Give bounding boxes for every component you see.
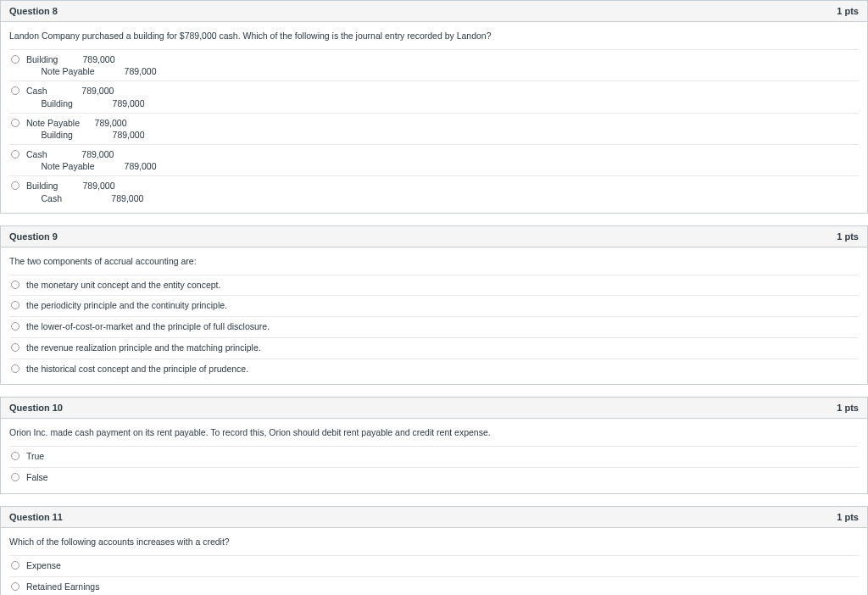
question-body: Orion Inc. made cash payment on its rent… (1, 419, 867, 493)
question-prompt: Orion Inc. made cash payment on its rent… (9, 427, 859, 437)
answer-content: Retained Earnings (26, 581, 859, 594)
answer-option[interactable]: the historical cost concept and the prin… (9, 359, 859, 380)
answer-content: Building 789,000 Cash 789,000 (26, 180, 859, 203)
radio-icon[interactable] (11, 150, 19, 158)
question-block: Question 101 ptsOrion Inc. made cash pay… (0, 397, 868, 494)
question-prompt: The two components of accrual accounting… (9, 256, 859, 266)
question-header: Question 111 pts (1, 507, 867, 528)
answer-content: Building 789,000 Note Payable 789,000 (26, 53, 859, 77)
answer-option[interactable]: Retained Earnings (9, 576, 859, 595)
answers-list: ExpenseRetained EarningsLossAssetDividen… (9, 555, 859, 595)
answer-content: Cash 789,000 Building 789,000 (26, 85, 859, 108)
question-points: 1 pts (837, 512, 859, 522)
question-block: Question 111 ptsWhich of the following a… (0, 506, 868, 595)
answer-option[interactable]: Building 789,000 Cash 789,000 (9, 175, 859, 207)
answer-content: Cash 789,000 Note Payable 789,000 (26, 148, 859, 172)
answer-text: Expense (26, 559, 859, 573)
answer-option[interactable]: Note Payable 789,000 Building 789,000 (9, 113, 859, 144)
question-points: 1 pts (837, 6, 859, 16)
answer-text: Retained Earnings (26, 581, 859, 594)
answer-option[interactable]: Building 789,000 Note Payable 789,000 (9, 49, 859, 81)
answer-content: True (26, 450, 859, 464)
answer-content: the revenue realization principle and th… (26, 342, 859, 355)
question-body: The two components of accrual accounting… (1, 247, 867, 385)
answer-content: the historical cost concept and the prin… (26, 363, 859, 376)
quiz-container: Question 81 ptsLandon Company purchased … (0, 0, 868, 595)
question-points: 1 pts (837, 231, 859, 242)
answer-content: the lower-of-cost-or-market and the prin… (26, 320, 859, 334)
answer-option[interactable]: the periodicity principle and the contin… (9, 295, 859, 316)
journal-entry: Cash 789,000 Note Payable 789,000 (26, 148, 859, 172)
answer-text: the revenue realization principle and th… (26, 342, 859, 355)
journal-entry: Note Payable 789,000 Building 789,000 (26, 117, 859, 141)
answer-option[interactable]: the lower-of-cost-or-market and the prin… (9, 316, 859, 337)
radio-icon[interactable] (11, 301, 19, 309)
answer-content: Note Payable 789,000 Building 789,000 (26, 117, 859, 141)
radio-icon[interactable] (11, 364, 19, 373)
journal-entry: Cash 789,000 Building 789,000 (26, 85, 859, 108)
answer-content: the monetary unit concept and the entity… (26, 279, 859, 292)
question-prompt: Which of the following accounts increase… (9, 537, 859, 547)
radio-icon[interactable] (11, 343, 19, 352)
answer-text: the lower-of-cost-or-market and the prin… (26, 320, 859, 334)
question-body: Landon Company purchased a building for … (1, 22, 867, 213)
radio-icon[interactable] (11, 55, 19, 64)
radio-icon[interactable] (11, 119, 19, 127)
answer-text: the historical cost concept and the prin… (26, 363, 859, 376)
question-header: Question 81 pts (1, 1, 867, 22)
answer-text: the monetary unit concept and the entity… (26, 279, 859, 292)
answer-option[interactable]: Cash 789,000 Note Payable 789,000 (9, 144, 859, 175)
question-block: Question 91 ptsThe two components of acc… (0, 225, 868, 386)
question-block: Question 81 ptsLandon Company purchased … (0, 0, 868, 214)
question-number: Question 10 (9, 403, 63, 413)
answers-list: Building 789,000 Note Payable 789,000Cas… (9, 49, 859, 208)
answer-text: True (26, 450, 859, 464)
radio-icon[interactable] (11, 181, 19, 190)
radio-icon[interactable] (11, 86, 19, 95)
question-points: 1 pts (837, 403, 859, 413)
journal-entry: Building 789,000 Cash 789,000 (26, 180, 859, 203)
answer-option[interactable]: Cash 789,000 Building 789,000 (9, 81, 859, 112)
answer-option[interactable]: False (9, 467, 859, 488)
answer-text: False (26, 471, 859, 485)
question-prompt: Landon Company purchased a building for … (9, 31, 859, 41)
journal-entry: Building 789,000 Note Payable 789,000 (26, 53, 859, 77)
question-number: Question 9 (9, 231, 58, 242)
question-body: Which of the following accounts increase… (1, 528, 867, 595)
answer-option[interactable]: Expense (9, 555, 859, 576)
radio-icon[interactable] (11, 322, 19, 331)
answer-option[interactable]: the revenue realization principle and th… (9, 337, 859, 359)
answer-content: False (26, 471, 859, 485)
radio-icon[interactable] (11, 452, 19, 460)
answer-content: the periodicity principle and the contin… (26, 299, 859, 313)
question-number: Question 11 (9, 512, 63, 522)
radio-icon[interactable] (11, 473, 19, 481)
answer-option[interactable]: the monetary unit concept and the entity… (9, 275, 859, 296)
question-header: Question 101 pts (1, 398, 867, 419)
answers-list: TrueFalse (9, 446, 859, 488)
answers-list: the monetary unit concept and the entity… (9, 275, 859, 380)
answer-option[interactable]: True (9, 446, 859, 467)
radio-icon[interactable] (11, 582, 19, 591)
radio-icon[interactable] (11, 561, 19, 570)
question-header: Question 91 pts (1, 226, 867, 247)
answer-text: the periodicity principle and the contin… (26, 299, 859, 313)
radio-icon[interactable] (11, 281, 19, 289)
answer-content: Expense (26, 559, 859, 573)
question-number: Question 8 (9, 6, 58, 16)
